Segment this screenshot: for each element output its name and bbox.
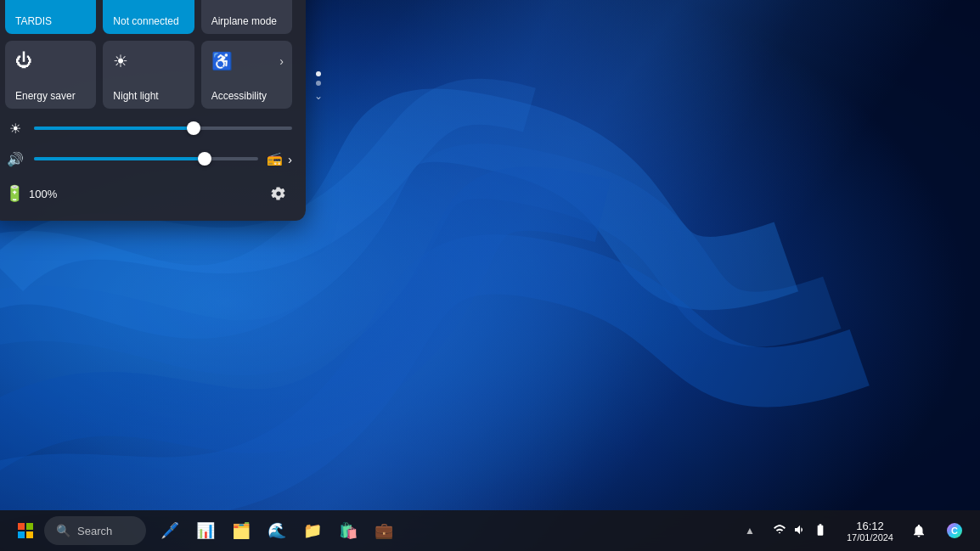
- svg-rect-4: [26, 531, 33, 538]
- accessibility-tile-label: Accessibility: [211, 90, 267, 102]
- battery-indicator: 🔋 100%: [5, 184, 57, 203]
- volume-right-controls: 📻 ›: [267, 151, 292, 166]
- accessibility-tile-arrow[interactable]: ›: [279, 54, 284, 68]
- battery-percent: 100%: [29, 188, 57, 200]
- start-button[interactable]: [8, 514, 42, 548]
- svg-rect-1: [18, 523, 25, 530]
- battery-icon: 🔋: [5, 184, 24, 203]
- scroll-down-chevron[interactable]: ⌄: [314, 90, 323, 102]
- taskbar-clock[interactable]: 16:12 17/01/2024: [840, 518, 900, 544]
- energy-tile-top: ⏻: [15, 51, 87, 70]
- taskbar: 🔍 Search 🖊️ 📊 🗂️ 🌊 📁 🛍️ 💼 ▲: [0, 510, 980, 551]
- taskbar-app-pencil[interactable]: 🖊️: [153, 514, 187, 548]
- night-tile-label: Night light: [113, 90, 158, 102]
- brightness-fill: [34, 127, 194, 130]
- bluetooth-tile[interactable]: ★ › Not connected: [103, 0, 194, 34]
- volume-tray-icon: [791, 523, 809, 539]
- media-output-icon[interactable]: 📻: [267, 151, 283, 166]
- wifi-tile[interactable]: 📶 › TARDIS: [5, 0, 96, 34]
- energy-tile-label: Energy saver: [15, 90, 76, 102]
- search-bar[interactable]: 🔍 Search: [44, 516, 146, 545]
- search-label: Search: [77, 525, 112, 537]
- taskbar-app-edge[interactable]: 🌊: [260, 514, 294, 548]
- media-expand-icon[interactable]: ›: [288, 152, 292, 166]
- bluetooth-tile-label: Not connected: [113, 15, 178, 27]
- night-tile-top: ☀: [113, 51, 185, 71]
- volume-thumb[interactable]: [198, 152, 211, 166]
- brightness-track: [34, 127, 292, 130]
- accessibility-tile-top: ♿ ›: [211, 51, 284, 71]
- svg-text:C: C: [951, 526, 958, 536]
- taskbar-app-folder[interactable]: 📁: [296, 514, 329, 548]
- volume-track: [34, 157, 258, 160]
- svg-rect-3: [18, 531, 25, 538]
- brightness-slider-row: ☀: [5, 119, 292, 138]
- settings-button[interactable]: [265, 180, 292, 207]
- brightness-icon: ☀: [5, 121, 25, 137]
- show-hidden-icons-button[interactable]: ▲: [740, 521, 760, 540]
- svg-rect-2: [26, 523, 33, 530]
- copilot-button[interactable]: C: [938, 514, 972, 548]
- scroll-indicators: ⌄: [314, 71, 323, 102]
- clock-time: 16:12: [856, 520, 884, 532]
- energy-saver-tile[interactable]: ⏻ Energy saver: [5, 41, 96, 109]
- quick-panel-bottom: 🔋 100%: [5, 180, 292, 207]
- energy-icon: ⏻: [15, 51, 32, 70]
- taskbar-left: 🔍 Search 🖊️ 📊 🗂️ 🌊 📁 🛍️ 💼: [0, 514, 401, 548]
- volume-fill: [34, 157, 205, 160]
- taskbar-app-teams[interactable]: 💼: [367, 514, 401, 548]
- battery-tray-icon: [811, 523, 830, 539]
- quick-tiles-grid: 📶 › TARDIS ★ › Not connected ✈ Airplane …: [5, 0, 292, 109]
- accessibility-icon: ♿: [211, 51, 233, 71]
- wifi-tile-label: TARDIS: [15, 15, 52, 27]
- clock-date: 17/01/2024: [847, 532, 893, 543]
- scroll-dot-2: [316, 81, 321, 86]
- search-icon: 🔍: [56, 524, 70, 537]
- taskbar-right: ▲ 16:12 17/01/2024: [740, 514, 980, 548]
- brightness-slider[interactable]: [34, 119, 292, 138]
- taskbar-app-chart[interactable]: 📊: [189, 514, 222, 548]
- wifi-tray-icon: [770, 523, 789, 539]
- airplane-tile[interactable]: ✈ Airplane mode: [201, 0, 292, 34]
- notification-button[interactable]: [904, 515, 934, 546]
- accessibility-tile[interactable]: ♿ › Accessibility: [201, 41, 292, 109]
- system-tray-icons[interactable]: [763, 520, 836, 543]
- taskbar-app-store[interactable]: 🛍️: [331, 514, 365, 548]
- airplane-tile-label: Airplane mode: [211, 15, 277, 27]
- volume-slider[interactable]: [34, 149, 258, 168]
- scroll-dot-1: [316, 71, 321, 76]
- taskbar-app-files[interactable]: 🗂️: [224, 514, 258, 548]
- brightness-thumb[interactable]: [187, 121, 200, 135]
- quick-settings-panel: ⌄ 📶 › TARDIS ★ › Not connected ✈ Airplan…: [0, 0, 306, 221]
- volume-icon: 🔊: [5, 151, 25, 167]
- night-light-tile[interactable]: ☀ Night light: [103, 41, 194, 109]
- volume-slider-row: 🔊 📻 ›: [5, 149, 292, 168]
- night-light-icon: ☀: [113, 51, 128, 71]
